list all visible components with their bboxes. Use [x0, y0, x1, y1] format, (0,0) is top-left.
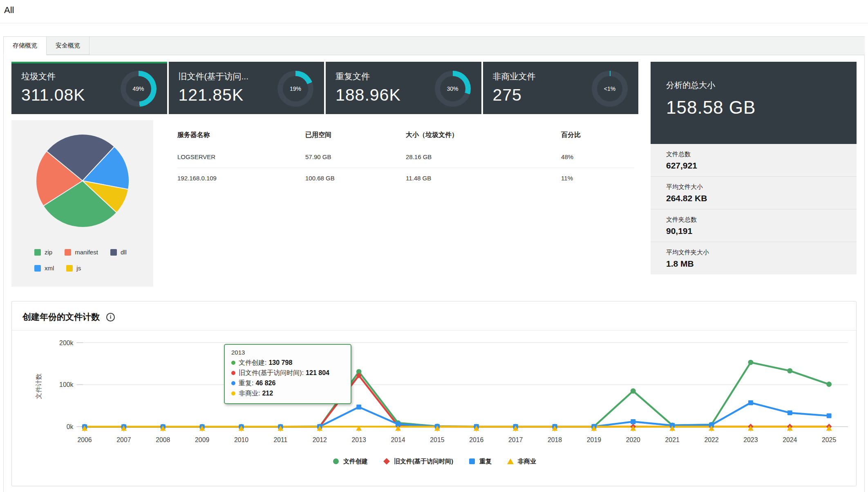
- x-tick-label: 2020: [626, 436, 640, 443]
- metric-card-0[interactable]: 垃圾文件311.08K49%: [11, 62, 167, 114]
- info-icon[interactable]: i: [106, 313, 115, 321]
- y-tick-label: 100k: [59, 381, 73, 388]
- marker-square: [787, 410, 792, 415]
- x-tick-label: 2013: [352, 436, 366, 443]
- legend-swatch: [66, 265, 73, 272]
- x-tick-label: 2009: [195, 436, 209, 443]
- tooltip-row: 非商业:212: [231, 388, 344, 398]
- legend-swatch: [110, 249, 117, 256]
- x-tick-label: 2022: [704, 436, 718, 443]
- table-cell: 11%: [561, 168, 634, 189]
- pie-legend-manifest[interactable]: manifest: [65, 249, 98, 256]
- tooltip-rows: 文件创建:130 798旧文件(基于访问时间):121 804重复:46 826…: [231, 357, 344, 398]
- marker-circle: [631, 389, 636, 394]
- metric-card-2[interactable]: 重复文件188.96K30%: [326, 62, 481, 114]
- metric-donut-percent: 49%: [126, 76, 151, 101]
- x-tick-label: 2024: [783, 436, 797, 443]
- stat-label: 平均文件夹大小: [666, 249, 857, 256]
- pie-legend-xml[interactable]: xml: [34, 265, 54, 272]
- metric-donut: 19%: [277, 71, 313, 107]
- x-tick-label: 2010: [234, 436, 248, 443]
- x-tick-label: 2008: [156, 436, 170, 443]
- legend-marker-diamond: [383, 458, 391, 465]
- summary-stats: 文件总数627,921平均文件大小264.82 KB文件夹总数90,191平均文…: [651, 144, 857, 274]
- stat-label: 文件总数: [666, 151, 857, 158]
- metric-card-1[interactable]: 旧文件(基于访问...121.85K19%: [169, 62, 324, 114]
- tooltip-label: 旧文件(基于访问时间):: [239, 368, 304, 378]
- tab-存储概览[interactable]: 存储概览: [3, 36, 47, 55]
- legend-label: zip: [45, 249, 52, 256]
- table-row[interactable]: 192.168.0.109100.68 GB11.48 GB11%: [177, 168, 634, 189]
- pie-legend-js[interactable]: js: [66, 265, 81, 272]
- summary-stat-0: 文件总数627,921: [651, 144, 857, 177]
- tooltip-label: 文件创建:: [239, 357, 266, 368]
- column-header: 服务器名称: [177, 125, 305, 147]
- tooltip-value: 46 826: [255, 378, 275, 388]
- y-tick-label: 200k: [59, 339, 73, 346]
- metric-cards-row: 垃圾文件311.08K49%旧文件(基于访问...121.85K19%重复文件1…: [11, 62, 638, 114]
- table-cell: 100.68 GB: [305, 168, 406, 189]
- column-header: 大小（垃圾文件）: [406, 125, 561, 147]
- metric-donut-percent: 19%: [283, 76, 308, 101]
- pie-legend: zipmanifestdllxmljs: [11, 240, 153, 281]
- x-tick-label: 2023: [743, 436, 758, 443]
- chart-legend-非商业[interactable]: 非商业: [506, 458, 536, 465]
- tooltip-value: 130 798: [268, 357, 292, 368]
- summary-stat-1: 平均文件大小264.82 KB: [651, 177, 857, 209]
- y-tick-label: 0k: [67, 423, 74, 430]
- legend-label: 非商业: [518, 458, 536, 465]
- stat-value: 264.82 KB: [666, 193, 857, 203]
- tooltip-dot: [231, 381, 235, 385]
- pie-legend-zip[interactable]: zip: [34, 249, 52, 256]
- column-header: 百分比: [561, 125, 634, 147]
- table-cell: 11.48 GB: [406, 168, 561, 189]
- metric-donut: 49%: [121, 71, 157, 107]
- year-chart-title: 创建年份的文件计数: [22, 311, 100, 323]
- dashboard-page: All 存储概览安全概览 垃圾文件311.08K49%旧文件(基于访问...12…: [0, 0, 868, 492]
- x-tick-label: 2018: [548, 436, 562, 443]
- x-tick-label: 2007: [116, 436, 131, 443]
- x-tick-label: 2006: [77, 436, 92, 443]
- legend-label: 文件创建: [343, 458, 368, 465]
- marker-square: [631, 419, 635, 424]
- x-tick-label: 2017: [508, 436, 523, 443]
- tooltip-dot: [231, 371, 235, 375]
- tooltip-dot: [231, 391, 235, 395]
- x-tick-label: 2014: [391, 436, 405, 443]
- tooltip-title: 2013: [231, 349, 344, 356]
- x-tick-label: 2015: [430, 436, 444, 443]
- header-divider: [0, 23, 868, 23]
- tooltip-row: 重复:46 826: [231, 378, 344, 388]
- total-size-label: 分析的总大小: [666, 80, 841, 91]
- table-cell: LOGSERVER: [177, 147, 305, 168]
- x-tick-label: 2019: [587, 436, 601, 443]
- marker-circle: [826, 382, 832, 387]
- x-tick-label: 2016: [469, 436, 483, 443]
- tooltip-label: 非商业:: [239, 388, 260, 398]
- summary-panel: 分析的总大小 158.58 GB 文件总数627,921平均文件大小264.82…: [651, 62, 857, 287]
- marker-square: [827, 413, 832, 418]
- stat-value: 627,921: [666, 161, 857, 171]
- pie-legend-dll[interactable]: dll: [110, 249, 127, 256]
- table-row[interactable]: LOGSERVER57.90 GB28.16 GB48%: [177, 147, 634, 168]
- stat-value: 90,191: [666, 226, 857, 236]
- legend-label: xml: [45, 265, 54, 272]
- tooltip-row: 旧文件(基于访问时间):121 804: [231, 368, 344, 378]
- legend-swatch: [34, 265, 41, 272]
- y-axis-label: 文件计数: [35, 373, 42, 399]
- tooltip-row: 文件创建:130 798: [231, 357, 344, 368]
- page-title: All: [0, 0, 868, 16]
- chart-legend-旧文件(基于访问时间)[interactable]: 旧文件(基于访问时间): [383, 458, 453, 465]
- chart-legend-重复[interactable]: 重复: [468, 458, 492, 465]
- metric-card-3[interactable]: 非商业文件275<1%: [483, 62, 639, 114]
- tab-安全概览[interactable]: 安全概览: [47, 36, 89, 55]
- stat-value: 1.8 MB: [666, 259, 857, 269]
- legend-swatch: [65, 249, 71, 256]
- table-cell: 192.168.0.109: [177, 168, 305, 189]
- tooltip-value: 212: [262, 388, 273, 398]
- file-type-pie-card: zipmanifestdllxmljs: [11, 120, 153, 287]
- chart-legend-文件创建[interactable]: 文件创建: [332, 458, 368, 465]
- x-tick-label: 2012: [313, 436, 327, 443]
- tab-bar: 存储概览安全概览: [3, 36, 865, 55]
- content-row: zipmanifestdllxmljs 服务器名称已用空间大小（垃圾文件）百分比…: [11, 120, 638, 287]
